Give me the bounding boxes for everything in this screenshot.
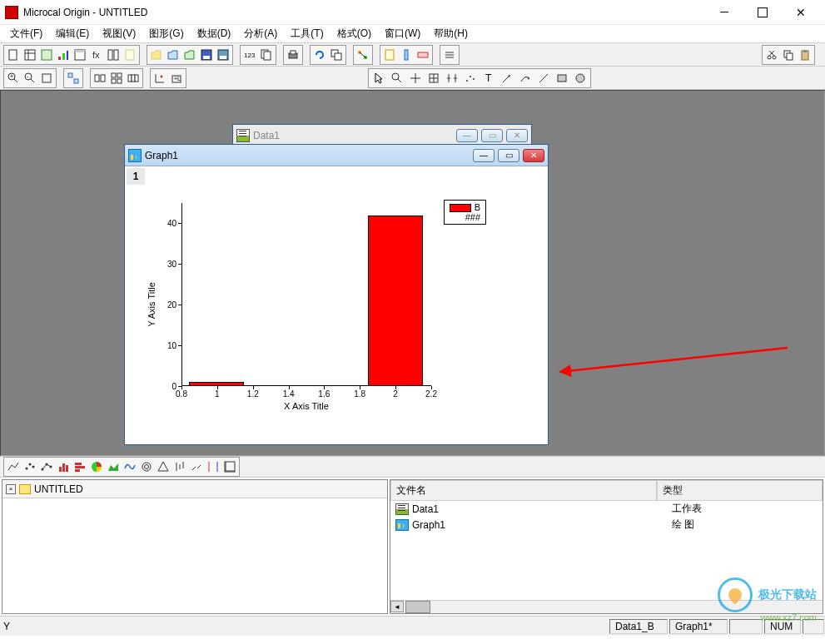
graph1-close-button[interactable]: ✕	[523, 149, 544, 162]
arrow-tool-icon[interactable]	[498, 70, 516, 87]
draw-data-icon[interactable]	[461, 70, 480, 87]
bar-1[interactable]	[189, 382, 244, 386]
screen-reader-icon[interactable]	[406, 70, 425, 87]
minimize-button[interactable]	[705, 1, 743, 24]
scatter-plot-icon[interactable]	[22, 458, 38, 475]
column-calc-icon[interactable]	[381, 47, 398, 63]
data1-close-button[interactable]: ✕	[506, 129, 528, 142]
graph1-window[interactable]: Graph1 — ▭ ✕ 1 B ### Y Axis Title 0 10	[124, 144, 549, 445]
project-close-icon[interactable]: ×	[6, 484, 16, 494]
legend-subtext: ###	[450, 212, 480, 222]
new-matrix-icon[interactable]	[72, 47, 88, 63]
menu-tools[interactable]: 工具(T)	[284, 25, 330, 42]
maximize-button[interactable]	[743, 1, 782, 24]
bar-2[interactable]	[368, 215, 423, 386]
data-selector-icon[interactable]	[443, 70, 461, 87]
tb3-icon[interactable]	[415, 47, 431, 63]
import-ascii-icon[interactable]: 123	[241, 47, 258, 63]
pie-plot-icon[interactable]	[88, 458, 105, 475]
column-header-type[interactable]: 类型	[657, 480, 823, 501]
curved-arrow-icon[interactable]	[516, 70, 534, 87]
scroll-left-icon[interactable]: ◄	[390, 601, 404, 612]
circle-tool-icon[interactable]	[571, 70, 589, 87]
open-icon[interactable]	[148, 47, 165, 63]
new-function-icon[interactable]: fx	[88, 47, 105, 63]
menu-data[interactable]: 数据(D)	[191, 25, 238, 42]
hilo-plot-icon[interactable]	[171, 458, 188, 475]
vector-plot-icon[interactable]	[188, 458, 205, 475]
menu-edit[interactable]: 编辑(E)	[49, 25, 96, 42]
ternary-plot-icon[interactable]	[155, 458, 171, 475]
data1-minimize-button[interactable]: —	[456, 129, 478, 142]
menu-help[interactable]: 帮助(H)	[427, 25, 475, 42]
area-plot-icon[interactable]	[105, 458, 122, 475]
close-button[interactable]: ✕	[782, 1, 820, 24]
rect-tool-icon[interactable]	[553, 70, 571, 87]
data1-maximize-button[interactable]: ▭	[481, 129, 503, 142]
bar-plot-icon[interactable]	[72, 458, 88, 475]
new-graph-icon[interactable]	[55, 47, 72, 63]
layer-extract-icon[interactable]	[65, 70, 82, 87]
add-column-icon[interactable]	[398, 47, 415, 63]
duplicate-icon[interactable]	[328, 47, 345, 63]
menu-window[interactable]: 窗口(W)	[378, 25, 427, 42]
list-item[interactable]: Data1 工作表	[390, 501, 823, 517]
data-reader-icon[interactable]	[425, 70, 443, 87]
project-explorer[interactable]: × UNTITLED	[2, 479, 388, 614]
arrange-4-icon[interactable]	[108, 70, 125, 87]
copy-icon[interactable]	[780, 47, 797, 63]
text-tool-icon[interactable]: T	[480, 70, 498, 87]
menu-graph[interactable]: 图形(G)	[142, 25, 190, 42]
menu-file[interactable]: 文件(F)	[3, 25, 49, 42]
results-log-icon[interactable]	[355, 47, 371, 63]
refresh-icon[interactable]	[311, 47, 328, 63]
zoom-tool-icon[interactable]	[388, 70, 406, 87]
arrange-h-icon[interactable]	[125, 70, 142, 87]
project-root-label[interactable]: UNTITLED	[34, 483, 83, 495]
x-axis-title[interactable]: X Axis Title	[284, 401, 329, 411]
scroll-thumb[interactable]	[405, 601, 430, 613]
zoom-out-icon[interactable]: -	[22, 70, 38, 87]
graph-canvas[interactable]: 1 B ### Y Axis Title 0 10 20 30 40 0.8 1	[125, 166, 548, 443]
line-scatter-icon[interactable]	[38, 458, 55, 475]
open-excel-icon[interactable]	[181, 47, 198, 63]
add-layer-icon[interactable]: +L	[168, 70, 185, 87]
menu-format[interactable]: 格式(O)	[330, 25, 378, 42]
open-template-icon[interactable]	[165, 47, 181, 63]
column-header-name[interactable]: 文件名	[390, 480, 657, 501]
save-icon[interactable]	[198, 47, 215, 63]
polar-plot-icon[interactable]	[138, 458, 155, 475]
line-plot-icon[interactable]	[5, 458, 22, 475]
tb4-icon[interactable]	[441, 47, 458, 63]
menu-analysis[interactable]: 分析(A)	[237, 25, 284, 42]
new-layout-icon[interactable]	[105, 47, 122, 63]
new-worksheet-icon[interactable]	[22, 47, 38, 63]
import-multi-icon[interactable]	[258, 47, 275, 63]
template-plot-icon[interactable]	[221, 458, 238, 475]
pointer-icon[interactable]	[370, 70, 388, 87]
spline-plot-icon[interactable]	[122, 458, 138, 475]
graph1-maximize-button[interactable]: ▭	[498, 149, 519, 162]
layer-button[interactable]: 1	[127, 168, 145, 185]
new-excel-icon[interactable]	[38, 47, 55, 63]
rescale-icon[interactable]	[38, 70, 55, 87]
zoom-in-icon[interactable]: +	[5, 70, 22, 87]
ytick-10: 10	[167, 341, 176, 350]
list-item[interactable]: Graph1 绘 图	[390, 517, 823, 533]
print-icon[interactable]	[285, 47, 301, 63]
new-notes-icon[interactable]	[122, 47, 138, 63]
save-template-icon[interactable]	[215, 47, 231, 63]
merge-icon[interactable]	[92, 70, 108, 87]
graph1-minimize-button[interactable]: —	[473, 149, 495, 162]
double-y-icon[interactable]	[205, 458, 221, 475]
plot-area[interactable]: 0 10 20 30 40 0.8 1 1.2 1.4 1.6 1.8 2 2.…	[181, 203, 431, 386]
new-project-icon[interactable]	[5, 47, 22, 63]
paste-icon[interactable]	[797, 47, 813, 63]
legend[interactable]: B ###	[444, 200, 486, 225]
menu-view[interactable]: 视图(V)	[96, 25, 142, 42]
add-axes-icon[interactable]	[152, 70, 168, 87]
column-plot-icon[interactable]	[55, 458, 72, 475]
line-tool-icon[interactable]	[534, 70, 553, 87]
y-axis-title[interactable]: Y Axis Title	[147, 282, 157, 327]
cut-icon[interactable]	[763, 47, 780, 63]
